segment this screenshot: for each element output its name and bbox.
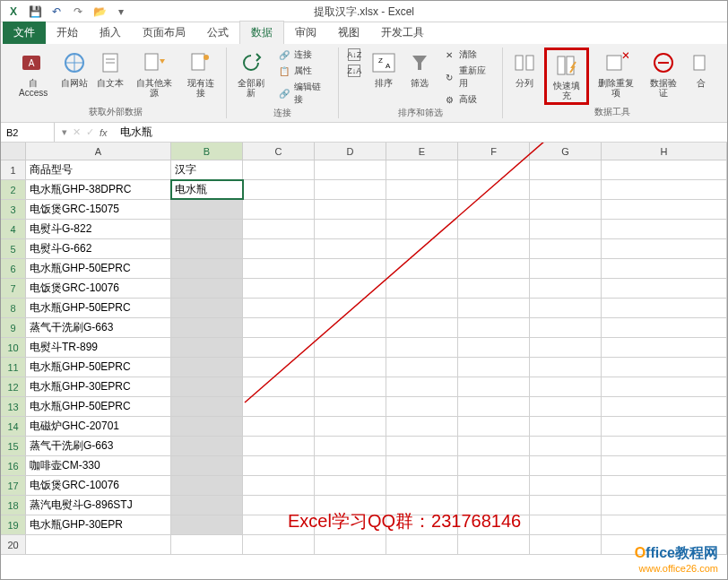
row-header[interactable]: 2 bbox=[1, 180, 26, 199]
cell[interactable] bbox=[530, 299, 602, 317]
cell[interactable] bbox=[315, 456, 386, 475]
cell[interactable] bbox=[171, 377, 243, 396]
cell[interactable] bbox=[530, 180, 602, 199]
cell[interactable] bbox=[602, 476, 727, 495]
cell[interactable] bbox=[458, 200, 530, 219]
row-header[interactable]: 9 bbox=[1, 318, 26, 337]
tab-dev[interactable]: 开发工具 bbox=[370, 22, 435, 44]
cell[interactable] bbox=[530, 515, 602, 534]
cell[interactable] bbox=[602, 397, 727, 416]
text-to-columns-button[interactable]: 分列 bbox=[508, 48, 541, 90]
cell[interactable] bbox=[386, 338, 458, 357]
cell[interactable] bbox=[243, 200, 315, 219]
cell[interactable] bbox=[243, 338, 315, 357]
cell[interactable] bbox=[458, 397, 530, 416]
cell[interactable] bbox=[458, 338, 530, 357]
open-file-icon[interactable]: 📂 bbox=[92, 4, 107, 19]
cell[interactable] bbox=[386, 220, 458, 238]
cell[interactable]: 电熨斗G-662 bbox=[26, 239, 171, 258]
cell[interactable] bbox=[315, 200, 386, 219]
cell[interactable]: 电水瓶GHP-50EPRC bbox=[26, 259, 171, 278]
col-header-H[interactable]: H bbox=[602, 143, 727, 160]
tab-layout[interactable]: 页面布局 bbox=[132, 22, 196, 44]
cell[interactable] bbox=[386, 160, 458, 179]
cell[interactable] bbox=[171, 476, 243, 495]
col-header-B[interactable]: B bbox=[171, 143, 243, 160]
tab-file[interactable]: 文件 bbox=[3, 22, 46, 44]
cell[interactable] bbox=[315, 417, 386, 436]
cell[interactable] bbox=[602, 200, 727, 219]
cell[interactable] bbox=[386, 437, 458, 455]
cell[interactable] bbox=[243, 259, 315, 278]
row-header[interactable]: 5 bbox=[1, 239, 26, 258]
cell[interactable] bbox=[315, 180, 386, 199]
redo-icon[interactable]: ↷ bbox=[71, 4, 85, 19]
cell[interactable] bbox=[458, 358, 530, 377]
cell[interactable]: 商品型号 bbox=[26, 160, 171, 179]
filter-button[interactable]: 筛选 bbox=[403, 48, 436, 90]
cell[interactable] bbox=[315, 476, 386, 495]
from-text-button[interactable]: 自文本 bbox=[94, 48, 126, 90]
cell[interactable] bbox=[315, 397, 386, 416]
cell[interactable] bbox=[458, 377, 530, 396]
cell[interactable] bbox=[386, 397, 458, 416]
cell[interactable] bbox=[171, 515, 243, 534]
cell[interactable] bbox=[602, 239, 727, 258]
cell[interactable] bbox=[530, 437, 602, 455]
cell[interactable] bbox=[243, 318, 315, 337]
undo-icon[interactable]: ↶ bbox=[49, 4, 64, 19]
row-header[interactable]: 3 bbox=[1, 200, 26, 219]
cell[interactable] bbox=[171, 496, 243, 515]
cell[interactable] bbox=[602, 417, 727, 436]
cell[interactable] bbox=[243, 299, 315, 317]
remove-duplicates-button[interactable]: ✕ 删除重复项 bbox=[593, 48, 640, 100]
cell[interactable] bbox=[171, 220, 243, 238]
cell[interactable]: 电水瓶GHP-50EPRC bbox=[26, 299, 171, 317]
cell[interactable] bbox=[386, 476, 458, 495]
cell[interactable] bbox=[243, 417, 315, 436]
cell[interactable] bbox=[458, 160, 530, 179]
cell[interactable] bbox=[602, 220, 727, 238]
cell[interactable] bbox=[171, 397, 243, 416]
cell[interactable] bbox=[243, 377, 315, 396]
tab-review[interactable]: 审阅 bbox=[284, 22, 327, 44]
cell[interactable] bbox=[315, 535, 386, 554]
row-header[interactable]: 7 bbox=[1, 279, 26, 298]
row-header[interactable]: 16 bbox=[1, 456, 26, 475]
tab-data[interactable]: 数据 bbox=[239, 21, 284, 44]
cell[interactable]: 电水瓶GHP-50EPRC bbox=[26, 358, 171, 377]
cell[interactable] bbox=[602, 437, 727, 455]
sort-button[interactable]: ZA 排序 bbox=[368, 48, 400, 90]
tab-formulas[interactable]: 公式 bbox=[196, 22, 239, 44]
cell[interactable] bbox=[602, 358, 727, 377]
col-header-F[interactable]: F bbox=[458, 143, 530, 160]
cell[interactable] bbox=[315, 160, 386, 179]
cell[interactable] bbox=[386, 318, 458, 337]
cell[interactable] bbox=[458, 476, 530, 495]
cell[interactable]: 电水瓶 bbox=[171, 180, 243, 199]
cell[interactable] bbox=[602, 496, 727, 515]
cell[interactable] bbox=[315, 239, 386, 258]
select-all-corner[interactable] bbox=[1, 143, 26, 160]
row-header[interactable]: 18 bbox=[1, 496, 26, 515]
cell[interactable]: 汉字 bbox=[171, 160, 243, 179]
data-validation-button[interactable]: 数据验证 bbox=[644, 48, 682, 100]
cell[interactable] bbox=[602, 515, 727, 534]
formula-bar[interactable]: 电水瓶 bbox=[115, 125, 727, 140]
cell[interactable] bbox=[602, 377, 727, 396]
cell[interactable] bbox=[243, 397, 315, 416]
cell[interactable]: 蒸气干洗刷G-663 bbox=[26, 318, 171, 337]
cell[interactable] bbox=[171, 456, 243, 475]
flash-fill-button[interactable]: 快速填充 bbox=[544, 48, 588, 105]
cell[interactable]: 咖啡壶CM-330 bbox=[26, 456, 171, 475]
cell[interactable] bbox=[315, 358, 386, 377]
cell[interactable]: 电水瓶GHP-30EPR bbox=[26, 515, 171, 534]
cell[interactable]: 电饭煲GRC-10076 bbox=[26, 279, 171, 298]
cell[interactable] bbox=[26, 535, 171, 554]
row-header[interactable]: 1 bbox=[1, 160, 26, 179]
cell[interactable] bbox=[458, 456, 530, 475]
cell[interactable] bbox=[386, 239, 458, 258]
connections-button[interactable]: 🔗连接 bbox=[274, 48, 333, 62]
cell[interactable] bbox=[386, 358, 458, 377]
col-header-G[interactable]: G bbox=[530, 143, 602, 160]
